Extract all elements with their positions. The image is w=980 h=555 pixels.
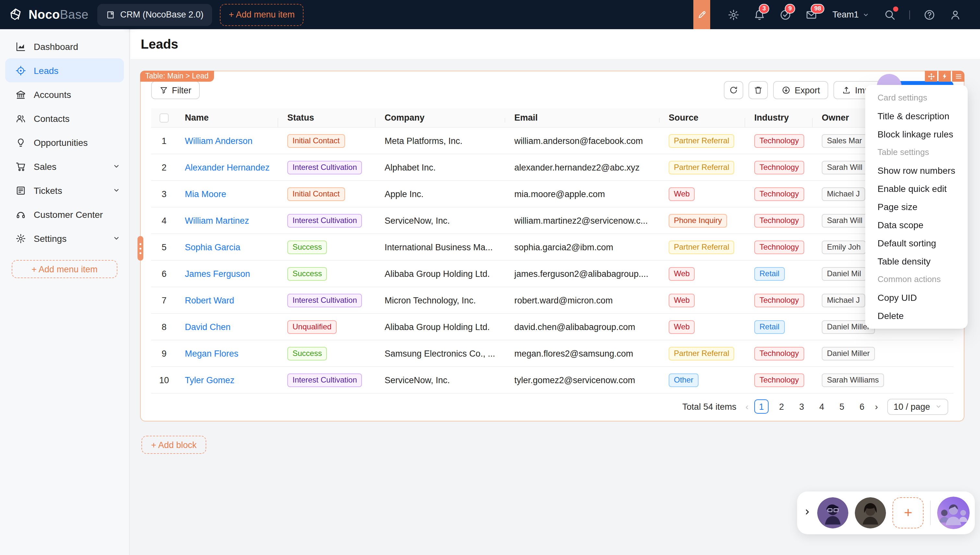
lead-name-link[interactable]: David Chen	[185, 322, 231, 332]
industry-tag: Technology	[754, 160, 804, 174]
help-button[interactable]	[924, 9, 935, 21]
bulk-delete-button[interactable]	[749, 81, 768, 99]
bank-icon	[16, 89, 26, 99]
column-header-source[interactable]: Source	[662, 113, 748, 122]
table-toolbar: Filter	[141, 71, 964, 99]
column-header-company[interactable]: Company	[378, 113, 508, 122]
collapse-presence-button[interactable]	[803, 508, 811, 517]
menu-item[interactable]: Show row numbers	[865, 162, 968, 180]
plus-icon: +	[904, 504, 913, 521]
row-number: 7	[162, 295, 166, 305]
pagination-page-button[interactable]: 1	[754, 399, 769, 414]
add-block-button[interactable]: + Add block	[141, 436, 206, 454]
drag-block-handle[interactable]	[925, 71, 937, 82]
menu-item[interactable]: Enable quick edit	[865, 180, 968, 198]
pagination-prev-button[interactable]: ‹	[745, 401, 749, 412]
tasks-button[interactable]: 9	[780, 9, 792, 21]
menu-item[interactable]: Page size	[865, 198, 968, 216]
email-cell: james.ferguson2@alibabagroup....	[508, 269, 662, 279]
table-row: 1 William Anderson Initial Contact Meta …	[151, 128, 953, 154]
status-tag: Initial Contact	[287, 134, 345, 148]
sidebar-item[interactable]: Dashboard	[0, 34, 129, 58]
lead-name-link[interactable]: Tyler Gomez	[185, 375, 235, 385]
lead-name-link[interactable]: Megan Flores	[185, 348, 238, 358]
pagination-page-button[interactable]: 6	[855, 399, 869, 414]
user-account-button[interactable]	[949, 9, 961, 21]
sidebar-item[interactable]: Customer Center	[0, 202, 129, 226]
notifications-button[interactable]: 3	[754, 9, 766, 21]
lead-name-link[interactable]: William Martinez	[185, 216, 249, 225]
menu-item[interactable]: Copy UID	[865, 289, 968, 307]
menu-item[interactable]: Table settings	[865, 143, 968, 162]
page-size-select[interactable]: 10 / page	[887, 398, 948, 415]
email-cell: sophia.garcia2@ibm.com	[508, 242, 662, 252]
sidebar-item[interactable]: Opportunities	[0, 130, 129, 154]
navbar-left: NocoBase CRM (NocoBase 2.0) + Add menu i…	[0, 3, 304, 26]
menu-item[interactable]: Delete	[865, 307, 968, 325]
messages-button[interactable]: 98	[806, 9, 818, 21]
menu-item[interactable]: Card settings	[865, 89, 968, 107]
menu-item[interactable]: Title & description	[865, 107, 968, 125]
pagination-page-button[interactable]: 4	[815, 399, 829, 414]
add-menu-item-button-top[interactable]: + Add menu item	[220, 3, 304, 26]
select-all-checkbox[interactable]	[159, 113, 169, 122]
menu-item[interactable]: Default sorting	[865, 234, 968, 252]
pagination-page-button[interactable]: 5	[835, 399, 849, 414]
team-switcher[interactable]: Team1	[832, 10, 869, 19]
block-settings-menu: Card settingsTitle & descriptionBlock li…	[865, 85, 968, 329]
sidebar-item[interactable]: Sales	[0, 154, 129, 178]
sidebar-item[interactable]: Leads	[5, 58, 124, 82]
column-header-status[interactable]: Status	[281, 113, 378, 122]
lead-name-link[interactable]: Alexander Hernandez	[185, 162, 270, 172]
filter-button[interactable]: Filter	[151, 81, 200, 99]
block-settings-menu-button[interactable]	[952, 71, 964, 82]
company-cell: ServiceNow, Inc.	[378, 216, 508, 225]
lead-name-link[interactable]: Sophia Garcia	[185, 242, 240, 252]
column-header-name[interactable]: Name	[177, 113, 281, 122]
pagination-page-button[interactable]: 3	[795, 399, 809, 414]
block-resize-handle-left[interactable]	[138, 236, 143, 261]
lead-name-link[interactable]: Robert Ward	[185, 295, 234, 305]
email-cell: william.anderson@facebook.com	[508, 136, 662, 146]
book-icon	[106, 10, 115, 19]
lead-name-link[interactable]: James Ferguson	[185, 269, 250, 279]
plugin-settings-button[interactable]	[728, 9, 740, 21]
pagination-page-button[interactable]: 2	[774, 399, 789, 414]
email-cell: david.chen@alibabagroup.com	[508, 322, 662, 332]
email-cell: alexander.hernandez2@abc.xyz	[508, 162, 662, 172]
table-header-row: Name Status Company Email Source Industr…	[151, 108, 953, 128]
sidebar-item[interactable]: Accounts	[0, 82, 129, 106]
sidebar-item[interactable]: Tickets	[0, 178, 129, 202]
team-group-avatar[interactable]	[937, 497, 970, 529]
lead-name-link[interactable]: William Anderson	[185, 136, 252, 146]
chevron-down-icon	[113, 187, 120, 194]
sidebar-item[interactable]: Contacts	[0, 106, 129, 130]
menu-item[interactable]: Block linkage rules	[865, 125, 968, 143]
table-row: 4 William Martinez Interest Cultivation …	[151, 207, 953, 234]
user-avatar-2[interactable]	[855, 497, 886, 528]
user-avatar-1[interactable]	[817, 497, 848, 528]
export-button[interactable]: Export	[773, 81, 829, 99]
column-header-email[interactable]: Email	[508, 113, 662, 122]
menu-item[interactable]: Data scope	[865, 216, 968, 234]
search-alert-dot	[893, 6, 898, 11]
chevron-down-icon	[935, 403, 942, 410]
menu-item[interactable]: Common actions	[865, 270, 968, 289]
search-button[interactable]	[884, 9, 896, 21]
leads-table: Name Status Company Email Source Industr…	[151, 108, 953, 420]
menu-tab-crm[interactable]: CRM (NocoBase 2.0)	[98, 3, 212, 26]
ui-editor-button[interactable]	[694, 0, 710, 29]
pagination-next-button[interactable]: ›	[875, 401, 878, 412]
add-menu-item-button-sidebar[interactable]: + Add menu item	[12, 260, 117, 278]
top-navbar: NocoBase CRM (NocoBase 2.0) + Add menu i…	[0, 0, 980, 29]
refresh-button[interactable]	[724, 81, 744, 99]
lead-name-link[interactable]: Mia Moore	[185, 189, 227, 199]
lightning-icon	[941, 73, 948, 80]
headset-icon	[16, 209, 26, 220]
block-linkage-button[interactable]	[938, 71, 951, 82]
add-persona-button[interactable]: +	[892, 497, 924, 528]
sidebar-item[interactable]: Settings	[0, 226, 129, 250]
menu-item[interactable]: Table density	[865, 252, 968, 270]
row-number: 2	[162, 162, 166, 172]
column-header-industry[interactable]: Industry	[748, 113, 815, 122]
